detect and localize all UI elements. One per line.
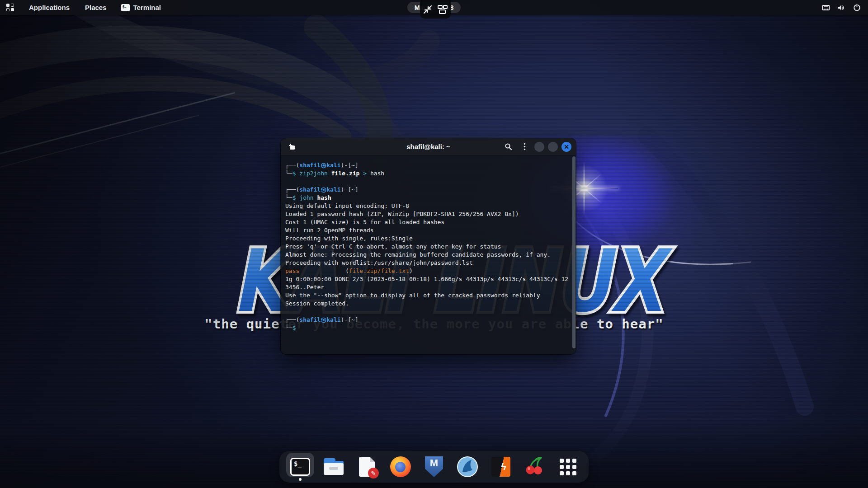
terminal-line: Proceeding with wordlist:/usr/share/john… (285, 259, 571, 267)
new-tab-button[interactable] (285, 141, 299, 153)
dock-item-wireshark[interactable] (456, 454, 479, 480)
menu-button[interactable] (518, 141, 531, 153)
terminal-line: └─$ (285, 324, 571, 332)
terminal-line: 3456..Peter (285, 283, 571, 291)
terminal-icon (290, 458, 310, 476)
shrink-window-icon[interactable] (423, 5, 433, 14)
terminal-line: 1g 0:00:00:00 DONE 2/3 (2023-05-18 00:18… (285, 275, 571, 283)
terminal-scrollbar[interactable] (572, 156, 576, 352)
search-button[interactable] (502, 141, 514, 153)
minimize-button[interactable] (534, 142, 544, 152)
search-icon (505, 143, 512, 150)
dock-item-metasploit[interactable]: M (422, 454, 446, 480)
dock: ✎ M ϟ (279, 451, 589, 483)
terminal-line: Using default input encoding: UTF-8 (285, 202, 571, 210)
terminal-line: └─$ zip2john file.zip > hash (285, 169, 571, 178)
terminal-line: Loaded 1 password hash (ZIP, WinZip [PBK… (285, 210, 571, 218)
dock-item-cherrytree[interactable] (523, 454, 546, 480)
terminal-line: Cost 1 (HMAC size) is 5 for all loaded h… (285, 218, 571, 226)
dock-item-burpsuite[interactable]: ϟ (489, 454, 513, 480)
terminal-line: Press 'q' or Ctrl-C to abort, almost any… (285, 243, 571, 251)
maximize-button[interactable] (548, 142, 558, 152)
dock-item-text-editor[interactable]: ✎ (355, 454, 379, 480)
terminal-line: Almost done: Processing the remaining bu… (285, 251, 571, 259)
terminal-line: └─$ john hash (285, 194, 571, 202)
metasploit-shield-icon: M (425, 456, 443, 477)
terminal-line: Proceeding with single, rules:Single (285, 235, 571, 243)
document-edit-icon: ✎ (359, 457, 375, 477)
terminal-line: ┌──(shafil㉿kali)-[~] (285, 186, 571, 194)
terminal-line: ┌──(shafil㉿kali)-[~] (285, 161, 571, 169)
scrollbar-thumb[interactable] (572, 156, 576, 348)
terminal-line: Use the "--show" option to display all o… (285, 291, 571, 300)
terminal-line (285, 178, 571, 186)
dock-item-terminal[interactable] (288, 454, 312, 480)
app-grid-icon (560, 459, 576, 475)
firefox-icon (390, 456, 411, 477)
terminal-output[interactable]: ┌──(shafil㉿kali)-[~]└─$ zip2john file.zi… (281, 155, 576, 354)
folder-icon (323, 458, 344, 475)
new-tab-icon (288, 143, 296, 151)
dock-item-show-applications[interactable] (556, 454, 580, 480)
close-button[interactable]: ✕ (561, 142, 571, 152)
wireshark-fin-icon (457, 456, 478, 477)
close-icon: ✕ (564, 143, 569, 150)
terminal-line: Will run 2 OpenMP threads (285, 226, 571, 235)
dock-item-file-manager[interactable] (322, 454, 345, 480)
cherries-icon (524, 455, 545, 478)
desktop: KALI LINUX "the quieter you become, the … (0, 0, 868, 488)
terminal-line: ┌──(shafil㉿kali)-[~] (285, 316, 571, 324)
terminal-window: shafil@kali: ~ ✕ ┌──(shafil㉿kali (281, 138, 576, 354)
terminal-line: Session completed. (285, 300, 571, 308)
terminal-line: pass (file.zip/file.txt) (285, 267, 571, 275)
burp-lightning-icon: ϟ (491, 457, 510, 477)
dock-item-firefox[interactable] (389, 454, 412, 480)
terminal-line (285, 308, 571, 316)
kebab-menu-icon (524, 143, 526, 150)
tile-layout-icon[interactable] (437, 5, 448, 14)
terminal-titlebar[interactable]: shafil@kali: ~ ✕ (281, 138, 576, 155)
tiling-osd-popup (420, 0, 451, 19)
